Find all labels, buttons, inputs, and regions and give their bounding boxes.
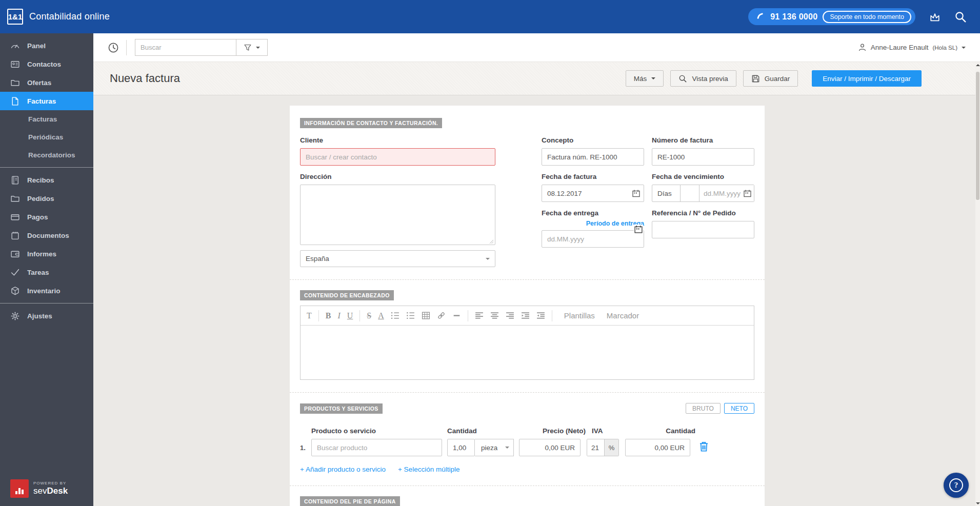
calendar-icon[interactable] xyxy=(632,189,641,198)
question-mark-icon: ? xyxy=(949,478,963,492)
cliente-label: Cliente xyxy=(300,136,495,144)
funnel-icon xyxy=(244,44,252,52)
underline-button[interactable]: U xyxy=(347,311,353,320)
plantillas-button[interactable]: Plantillas xyxy=(564,311,595,320)
outdent-icon[interactable] xyxy=(536,311,545,320)
sidebar-item-pagos[interactable]: Pagos xyxy=(0,208,93,226)
fecha-entrega-input[interactable] xyxy=(542,230,644,248)
search-icon[interactable] xyxy=(954,11,967,23)
history-clock-icon[interactable] xyxy=(108,42,119,53)
caret-down-icon xyxy=(651,77,655,82)
sidebar-item-pedidos[interactable]: Pedidos xyxy=(0,189,93,208)
scrollbar-thumb[interactable] xyxy=(976,72,979,200)
user-icon xyxy=(858,43,867,52)
strikethrough-button[interactable]: S xyxy=(367,311,371,320)
link-icon[interactable] xyxy=(437,311,446,320)
sidebar-item-contactos[interactable]: Contactos xyxy=(0,55,93,73)
resize-grip-icon[interactable] xyxy=(489,239,494,244)
sidebar-subitem-periodicas[interactable]: Periódicas xyxy=(0,128,93,146)
products-header-row: Producto o servicio Cantidad Precio (Net… xyxy=(300,427,754,435)
preview-button[interactable]: Vista previa xyxy=(670,70,736,87)
send-print-download-button[interactable]: Enviar / Imprimir / Descargar xyxy=(812,70,922,87)
bruto-button[interactable]: BRUTO xyxy=(686,403,721,414)
filter-button[interactable] xyxy=(236,39,268,56)
vertical-scrollbar[interactable] xyxy=(975,63,980,506)
sidebar-item-facturas[interactable]: Facturas xyxy=(0,92,93,110)
cantidad-input[interactable] xyxy=(447,439,475,456)
sidebar-divider xyxy=(0,303,93,303)
dias-input[interactable] xyxy=(681,185,699,201)
percent-button[interactable]: % xyxy=(604,439,618,456)
file-icon xyxy=(10,96,20,106)
sidebar-item-informes[interactable]: Informes xyxy=(0,245,93,263)
folder-icon xyxy=(10,78,20,88)
indent-icon[interactable] xyxy=(521,311,530,320)
add-product-link[interactable]: + Añadir producto o servicio xyxy=(300,465,386,473)
table-icon[interactable] xyxy=(422,311,430,320)
scroll-up-arrow[interactable] xyxy=(976,64,980,66)
page-title: Nueva factura xyxy=(110,72,180,85)
referencia-input[interactable] xyxy=(652,221,754,238)
section-divider xyxy=(290,485,765,486)
italic-button[interactable]: I xyxy=(337,311,340,320)
sidebar-item-label: Pagos xyxy=(27,213,48,221)
save-button[interactable]: Guardar xyxy=(743,70,798,87)
sub-toolbar: Anne-Laure Enault (Hola SL) xyxy=(93,33,980,62)
font-color-button[interactable]: A xyxy=(378,311,384,320)
sidebar-item-documentos[interactable]: Documentos xyxy=(0,226,93,245)
caret-down-icon xyxy=(962,47,966,51)
brand-logo[interactable]: 1&1 xyxy=(7,9,23,25)
country-select[interactable]: España xyxy=(300,250,495,267)
cliente-input[interactable] xyxy=(300,148,495,166)
sidebar-item-panel[interactable]: Panel xyxy=(0,36,93,55)
calendar-icon[interactable] xyxy=(743,189,752,198)
unidad-select[interactable]: pieza xyxy=(475,439,514,456)
producto-input[interactable] xyxy=(311,439,442,456)
numero-factura-input[interactable] xyxy=(652,148,754,166)
floppy-icon xyxy=(751,74,760,83)
align-center-icon[interactable] xyxy=(490,311,499,320)
topbar: 1&1 Contabilidad online 91 136 0000 Sopo… xyxy=(0,0,980,33)
bold-button[interactable]: B xyxy=(326,311,331,320)
header-editor-body[interactable] xyxy=(301,326,754,379)
magnifier-icon xyxy=(678,74,687,83)
concepto-input[interactable] xyxy=(542,148,644,166)
fecha-factura-input[interactable] xyxy=(542,185,644,202)
sidebar-item-ofertas[interactable]: Ofertas xyxy=(0,73,93,92)
caret-down-icon xyxy=(486,258,490,262)
trash-icon[interactable] xyxy=(698,441,709,452)
more-button[interactable]: Más xyxy=(626,70,664,87)
horizontal-rule-icon[interactable] xyxy=(452,311,461,320)
support-phone-pill[interactable]: 91 136 0000 Soporte en todo momento xyxy=(748,8,915,25)
help-button[interactable]: ? xyxy=(944,473,969,498)
sidebar-item-ajustes[interactable]: Ajustes xyxy=(0,307,93,325)
marcador-button[interactable]: Marcador xyxy=(607,311,639,320)
sidebar-item-recibos[interactable]: Recibos xyxy=(0,171,93,189)
align-left-icon[interactable] xyxy=(475,311,484,320)
sidebar-item-tareas[interactable]: Tareas xyxy=(0,263,93,281)
ordered-list-icon[interactable] xyxy=(391,311,399,320)
neto-button[interactable]: NETO xyxy=(724,403,754,414)
sidebar-divider xyxy=(0,167,93,168)
scroll-down-arrow[interactable] xyxy=(976,502,980,504)
sidebar-item-inventario[interactable]: Inventario xyxy=(0,281,93,300)
direccion-textarea[interactable] xyxy=(300,185,495,245)
multi-select-link[interactable]: + Selección múltiple xyxy=(398,465,459,473)
product-row: 1. pieza % xyxy=(300,439,754,456)
precio-input[interactable] xyxy=(519,439,581,456)
gear-icon xyxy=(10,311,20,321)
crown-icon[interactable] xyxy=(929,11,941,23)
align-right-icon[interactable] xyxy=(506,311,514,320)
wallet-icon xyxy=(10,249,20,259)
calendar-icon[interactable] xyxy=(634,225,643,234)
header-editor: T B I U S A xyxy=(300,306,754,380)
sidebar-subitem-recordatorios[interactable]: Recordatorios xyxy=(0,146,93,164)
iva-input[interactable] xyxy=(587,439,604,456)
search-input[interactable] xyxy=(135,39,236,56)
user-menu[interactable]: Anne-Laure Enault (Hola SL) xyxy=(858,43,966,52)
format-text-button[interactable]: T xyxy=(307,311,312,320)
section-divider xyxy=(290,392,765,393)
sidebar-subitem-facturas[interactable]: Facturas xyxy=(0,110,93,128)
unordered-list-icon[interactable] xyxy=(406,311,415,320)
total-input[interactable] xyxy=(625,439,690,456)
